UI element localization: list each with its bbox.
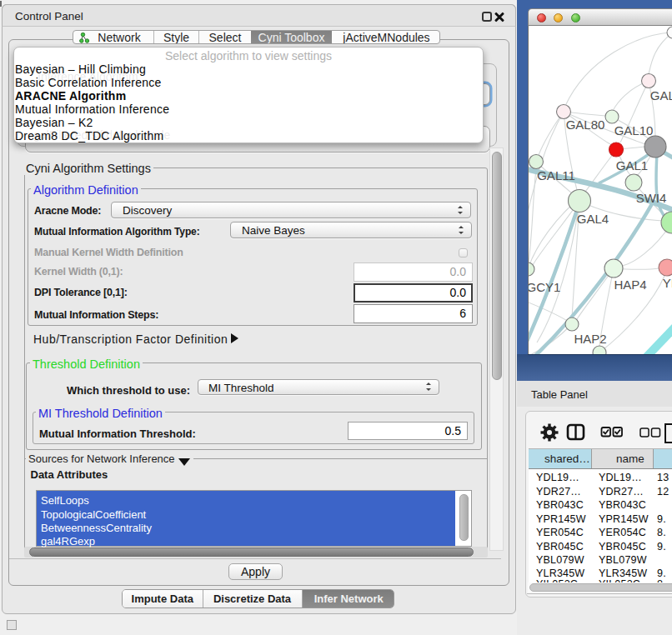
svg-text:GAL80: GAL80 — [566, 118, 605, 132]
svg-text:GAL11: GAL11 — [537, 168, 575, 182]
svg-text:HAP2: HAP2 — [574, 332, 606, 346]
svg-text:GAL1: GAL1 — [616, 158, 648, 172]
svg-text:HAP4: HAP4 — [614, 278, 646, 292]
svg-text:GAL4: GAL4 — [577, 212, 609, 226]
svg-text:GAL7: GAL7 — [650, 88, 672, 102]
svg-text:GAL10: GAL10 — [614, 123, 654, 138]
svg-text:YIL: YIL — [663, 276, 672, 290]
svg-text:GCY1: GCY1 — [529, 280, 560, 294]
svg-text:SWI4: SWI4 — [636, 191, 667, 205]
